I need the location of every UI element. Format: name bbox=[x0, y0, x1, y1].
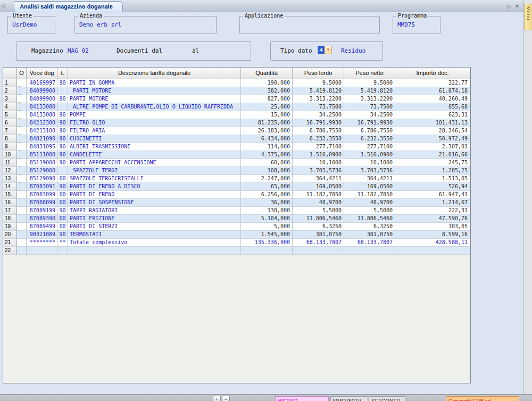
tab-analisi-saldi[interactable]: Analisi saldi magazzino doganale bbox=[14, 1, 123, 12]
voce-dog-cell bbox=[27, 247, 57, 255]
table-row[interactable]: 10_8511100090CANDELETTE4.375,0001.516,09… bbox=[3, 151, 470, 159]
quantita-cell: 1.545,000 bbox=[241, 231, 293, 239]
t-cell: 90 bbox=[57, 143, 68, 151]
o-cell bbox=[17, 239, 27, 247]
table-header-row: O Voce dog t. Descrizione tariffa dogana… bbox=[3, 68, 470, 79]
row-number: 19 bbox=[3, 223, 17, 231]
tab-bar: ◁ Analisi saldi magazzino doganale ▷ ✕ bbox=[0, 0, 523, 12]
descrizione-cell: PARTI DI FRENO bbox=[68, 191, 241, 199]
statusbar-plus-button[interactable]: + bbox=[213, 396, 221, 401]
o-cell: _ bbox=[17, 87, 27, 95]
voce-dog-cell: 84099900 bbox=[27, 87, 57, 95]
row-number: 22 bbox=[3, 247, 17, 255]
table-row[interactable]: 22 bbox=[3, 247, 470, 255]
program-code-cell: MMD7501V bbox=[330, 396, 368, 401]
table-row[interactable]: 3_8409990090PARTI MOTORE827,0003.313,220… bbox=[3, 95, 470, 103]
tab-scroll-left-icon[interactable]: ◁ bbox=[1, 3, 5, 9]
table-row[interactable]: 5_8413308090POMPE15,00034,250034,2500623… bbox=[3, 111, 470, 119]
peso-netto-cell: 3.703,5736 bbox=[344, 167, 395, 175]
table-row[interactable]: 18_8708939000PARTI FRIZIONE5.104,00011.8… bbox=[3, 215, 470, 223]
peso-netto-cell: 48,9700 bbox=[344, 199, 395, 207]
row-number: 8 bbox=[3, 135, 17, 143]
descrizione-cell: PARTI DI FRENO A DISCO bbox=[68, 183, 241, 191]
table-row[interactable]: 19_8708949900PARTI DI STERZI5,0006,32506… bbox=[3, 223, 470, 231]
descrizione-cell: PARTI FRIZIONE bbox=[68, 215, 241, 223]
row-number: 20 bbox=[3, 231, 17, 239]
peso-lordo-cell: 3.703,5736 bbox=[293, 167, 344, 175]
peso-lordo-cell: 6.786,7550 bbox=[293, 127, 344, 135]
descrizione-cell: PARTI IN GOMMA bbox=[68, 79, 241, 87]
row-number: 21 bbox=[3, 239, 17, 247]
table-row[interactable]: 11_8511900090PARTI APPARECCHI ACCENSIONE… bbox=[3, 159, 470, 167]
quantita-cell: 81.235,000 bbox=[241, 119, 293, 127]
o-cell: _ bbox=[17, 183, 27, 191]
o-cell bbox=[17, 247, 27, 255]
magazzino-label: Magazzino bbox=[31, 47, 63, 54]
t-cell: 00 bbox=[57, 191, 68, 199]
peso-lordo-cell: 11.182,7850 bbox=[293, 191, 344, 199]
t-cell: 00 bbox=[57, 199, 68, 207]
o-cell: _ bbox=[17, 79, 27, 87]
table-row[interactable]: 8_8482109090CUSCINETTI6.434,0006.232,355… bbox=[3, 135, 470, 143]
table-row[interactable]: 21**********Totale complessivo135.336,00… bbox=[3, 239, 470, 247]
t-cell: 90 bbox=[57, 111, 68, 119]
table-row[interactable]: 4_84133080 ALTRE POMPE DI CARBURANTE,OLI… bbox=[3, 103, 470, 111]
row-number: 10 bbox=[3, 151, 17, 159]
o-cell: _ bbox=[17, 167, 27, 175]
voce-dog-cell: 40169997 bbox=[27, 79, 57, 87]
peso-netto-cell: 6,3250 bbox=[344, 223, 395, 231]
voce-dog-cell: 87089390 bbox=[27, 215, 57, 223]
table-row[interactable]: 7_8421310090FILTRO ARIA26.183,0006.786,7… bbox=[3, 127, 470, 135]
tipo-dato-dropdown[interactable]: 4 ▼ bbox=[318, 46, 332, 54]
peso-netto-cell: 1.516,0900 bbox=[344, 151, 395, 159]
column-header-descrizione: Descrizione tariffa doganale bbox=[68, 68, 241, 79]
chevron-down-icon[interactable]: ▼ bbox=[325, 46, 332, 54]
close-tab-icon[interactable]: ✕ bbox=[515, 3, 519, 9]
row-number: 6 bbox=[3, 119, 17, 127]
menu-tab-label: Menu bbox=[526, 6, 531, 21]
table-row[interactable]: 2_84099900 PARTI MOTORE382,0005.419,8120… bbox=[3, 87, 470, 95]
o-cell: _ bbox=[17, 231, 27, 239]
quantita-cell: 36,000 bbox=[241, 199, 293, 207]
magazzino-box: Magazzino MAG 02 Documenti dal al bbox=[16, 41, 251, 61]
peso-lordo-cell: 1.516,0900 bbox=[293, 151, 344, 159]
descrizione-cell: SPAZZOLE TERGICRISTALLI bbox=[68, 175, 241, 183]
menu-tab[interactable]: Menu bbox=[524, 4, 532, 30]
peso-netto-cell: 364,4211 bbox=[344, 175, 395, 183]
o-cell: _ bbox=[17, 191, 27, 199]
table-row[interactable]: 1_4016999790PARTI IN GOMMA190,0009,50009… bbox=[3, 79, 470, 87]
copyright-cell: Copyright ERB srl bbox=[446, 396, 519, 401]
descrizione-cell: Totale complessivo bbox=[68, 239, 241, 247]
descrizione-cell: POMPE bbox=[68, 111, 241, 119]
al-label: al bbox=[192, 47, 199, 54]
voce-dog-cell: 84133080 bbox=[27, 111, 57, 119]
quantita-cell: 5,000 bbox=[241, 223, 293, 231]
t-cell bbox=[57, 247, 68, 255]
statusbar-minus-button[interactable]: − bbox=[222, 396, 230, 401]
table-row[interactable]: 13_8512909000SPAZZOLE TERGICRISTALLI2.24… bbox=[3, 175, 470, 183]
table-row[interactable]: 16_8708809900PARTI DI SOSPENSIONE36,0004… bbox=[3, 199, 470, 207]
quantita-cell: 827,000 bbox=[241, 95, 293, 103]
t-cell: 90 bbox=[57, 135, 68, 143]
o-cell: _ bbox=[17, 215, 27, 223]
row-number: 18 bbox=[3, 215, 17, 223]
documenti-dal-label: Documenti dal bbox=[117, 47, 162, 54]
o-cell: _ bbox=[17, 143, 27, 151]
table-row[interactable]: 17_8708919990TAPPI RADIATORI130,0005,500… bbox=[3, 207, 470, 215]
voce-dog-cell: 87088099 bbox=[27, 199, 57, 207]
t-cell: 90 bbox=[57, 231, 68, 239]
row-number: 1 bbox=[3, 79, 17, 87]
tab-scroll-right-icon[interactable]: ▷ bbox=[507, 3, 511, 9]
table-row[interactable]: 9_8483109590ALBERI TRASMISSIONE114,00027… bbox=[3, 143, 470, 151]
table-row[interactable]: 15_8708309900PARTI DI FRENO6.256,00011.1… bbox=[3, 191, 470, 199]
app-window: { "window": { "tab_title": "Analisi sald… bbox=[0, 0, 532, 401]
tipo-dato-text: Residuo bbox=[341, 47, 365, 54]
importo-doc-cell: 2.307,01 bbox=[395, 143, 470, 151]
table-row[interactable]: 12_85129000 SPAZZOLE TERGI108,0003.703,5… bbox=[3, 167, 470, 175]
table-row[interactable]: 14_8708309190PARTI DI FRENO A DISCO65,00… bbox=[3, 183, 470, 191]
quantita-cell: 382,000 bbox=[241, 87, 293, 95]
table-row[interactable]: 20_9032108990TERMOSTATI1.545,000381,0750… bbox=[3, 231, 470, 239]
t-cell: 00 bbox=[57, 223, 68, 231]
peso-netto-cell: 5.419,8120 bbox=[344, 87, 395, 95]
table-row[interactable]: 6_8421230090FILTRO OLIO81.235,00016.791,… bbox=[3, 119, 470, 127]
